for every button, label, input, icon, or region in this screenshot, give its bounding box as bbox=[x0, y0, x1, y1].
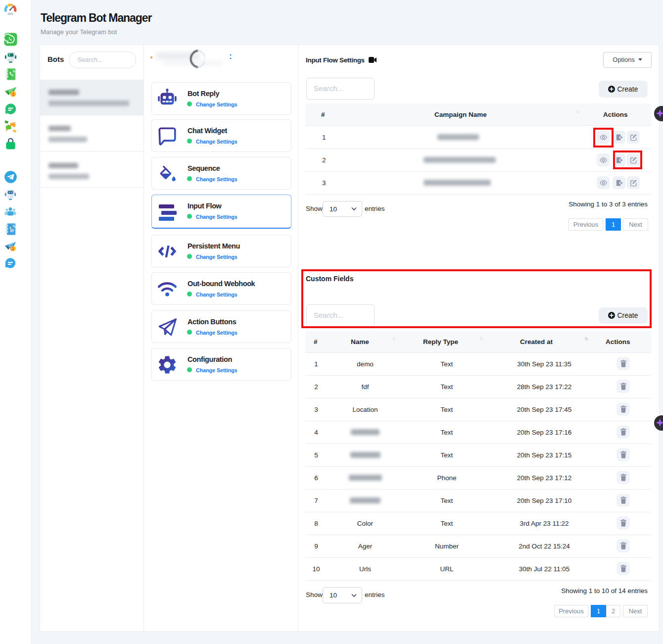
svg-text:1: 1 bbox=[12, 246, 14, 251]
svg-text:1: 1 bbox=[12, 92, 14, 97]
